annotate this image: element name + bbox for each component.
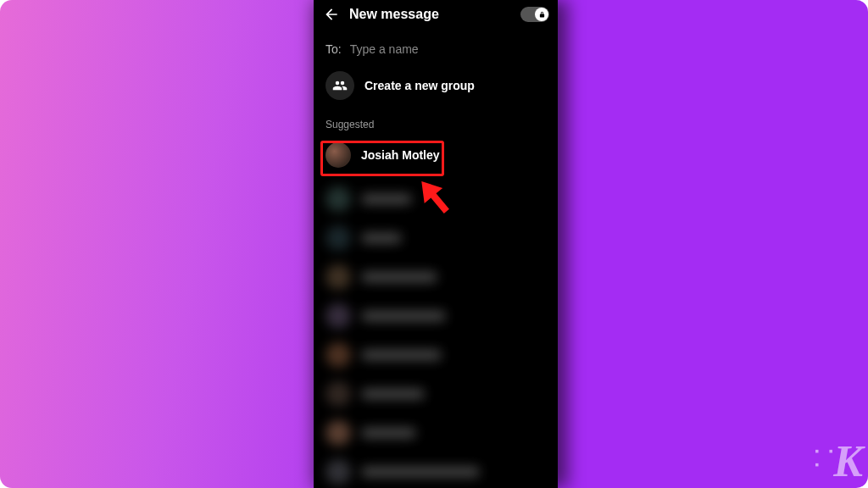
create-group-label: Create a new group [364,79,475,92]
group-icon [326,71,354,100]
lock-icon [538,11,546,19]
phone-screen: New message To: Create a new group Sugge… [314,0,558,488]
watermark-dots-icon: ▪ ▪▪ [815,445,836,472]
watermark-logo: ▪ ▪▪ K [833,436,861,486]
watermark-letter: K [833,437,861,485]
suggested-contact[interactable]: Josiah Motley [314,136,558,175]
encryption-toggle[interactable] [520,7,549,22]
to-input[interactable] [350,42,546,56]
back-arrow-icon[interactable] [322,5,341,24]
avatar [326,142,351,168]
blurred-contact-list [314,175,558,488]
suggested-section-label: Suggested [314,107,558,136]
to-label: To: [326,42,342,56]
stage-background: New message To: Create a new group Sugge… [0,0,868,488]
header-bar: New message [314,0,558,30]
contact-name: Josiah Motley [361,148,440,162]
toggle-knob [535,8,548,21]
page-title: New message [349,7,512,22]
create-group-row[interactable]: Create a new group [314,64,558,107]
to-field-row: To: [314,30,558,64]
